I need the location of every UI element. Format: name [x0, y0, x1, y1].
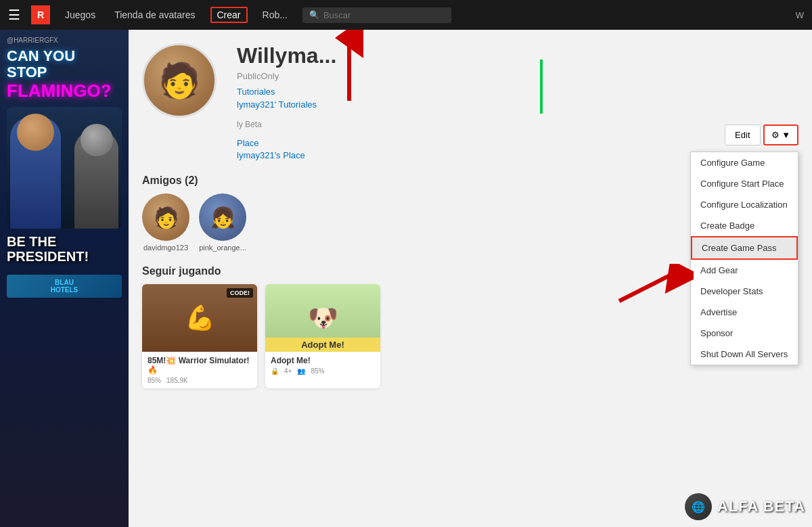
avatar: 🧑	[142, 43, 217, 118]
friend-avatar-1: 👧	[199, 193, 246, 241]
game-stat-0-2: 185.9K	[166, 377, 188, 384]
dropdown-menu: Configure Game Configure Start Place Con…	[690, 152, 798, 365]
roblox-logo[interactable]: R	[31, 5, 50, 24]
adopt-me-banner: Adopt Me!	[265, 338, 380, 352]
profile-label: PublicOnly	[237, 71, 798, 81]
action-buttons: Edit ⚙ ▼	[725, 124, 798, 145]
dropdown-item-5[interactable]: Add Gear	[691, 260, 798, 281]
game-stat-0-1: 85%	[148, 377, 161, 384]
game-info-1: Adopt Me! 🔒 4+ 👥 85%	[265, 352, 380, 379]
friend-item-0[interactable]: 🧑 davidmgo123	[142, 193, 189, 252]
nav-rob[interactable]: Rob...	[258, 7, 292, 23]
edit-button[interactable]: Edit	[725, 124, 760, 145]
game-card-0[interactable]: CODE! 💪 85M!💥 Warrior Simulator! 🔥 85% 1…	[142, 284, 257, 388]
profile-section: 🧑 Willyma... PublicOnly Tutoriales lymay…	[142, 43, 798, 161]
dropdown-item-1[interactable]: Configure Start Place	[691, 173, 798, 194]
game-stats-1: 🔒 4+ 👥 85%	[271, 367, 375, 375]
ad-watermark: @HARRIERGFX	[7, 37, 58, 44]
ad-characters-block	[7, 107, 122, 229]
green-bar-indicator	[540, 60, 543, 114]
nav-crear[interactable]: Crear	[210, 7, 248, 23]
gear-button[interactable]: ⚙ ▼	[763, 124, 798, 145]
ad-president: PRESIDENT!	[7, 249, 122, 264]
game-info-0: 85M!💥 Warrior Simulator! 🔥 85% 185.9K	[142, 352, 257, 388]
dropdown-item-8[interactable]: Sponsor	[691, 323, 798, 344]
game-stat-1-1: 🔒	[271, 367, 279, 375]
profile-link-2[interactable]: lymay321' Tutoriales	[237, 99, 798, 110]
dropdown-item-3[interactable]: Create Badge	[691, 215, 798, 236]
friend-item-1[interactable]: 👧 pink_orange...	[199, 193, 246, 252]
game-stat-1-3: 👥	[297, 367, 305, 375]
game-stats-0: 85% 185.9K	[148, 377, 252, 384]
friend-name-1: pink_orange...	[199, 244, 246, 252]
alfa-beta-watermark: 🌐 ALFA BETA	[685, 493, 805, 520]
profile-link-1[interactable]: Tutoriales	[237, 87, 798, 97]
search-box: 🔍	[302, 7, 451, 23]
code-badge-0: CODE!	[227, 288, 253, 298]
friend-name-0: davidmgo123	[143, 244, 188, 252]
ad-line2: STOP	[7, 64, 122, 81]
place-link-label: Place	[237, 138, 259, 148]
game-stat-1-2: 4+	[284, 367, 292, 375]
main-layout: @HARRIERGFX CAN YOU STOP FLAMINGO? BE TH…	[0, 30, 812, 527]
dropdown-item-6[interactable]: Developer Stats	[691, 281, 798, 302]
ad-hotel[interactable]: BLAU HOTELS	[7, 275, 122, 298]
navbar: ☰ R Juegos Tienda de avatares Crear Rob.…	[0, 0, 812, 30]
char-head-left	[17, 114, 54, 151]
profile-info: Willyma... PublicOnly Tutoriales lymay32…	[237, 43, 798, 161]
dropdown-item-9[interactable]: Shut Down All Servers	[691, 344, 798, 365]
beta-label: ly Beta	[237, 120, 262, 129]
nav-tienda[interactable]: Tienda de avatares	[110, 7, 199, 23]
game-title-1: Adopt Me!	[271, 356, 375, 365]
beta-section: ly Beta	[237, 118, 798, 130]
alfa-beta-text: ALFA BETA	[717, 498, 805, 515]
ad-flamingo: FLAMINGO?	[7, 81, 122, 101]
friend-avatar-0: 🧑	[142, 193, 189, 241]
nav-juegos[interactable]: Juegos	[61, 7, 99, 23]
game-card-1[interactable]: 🐶 Adopt Me! Adopt Me! 🔒 4+ 👥 85%	[265, 284, 380, 388]
profile-links: Tutoriales lymay321' Tutoriales	[237, 87, 798, 110]
profile-username: Willyma...	[237, 43, 798, 68]
dropdown-item-4-create-game-pass[interactable]: Create Game Pass	[691, 236, 798, 260]
ad-be: BE THE	[7, 234, 122, 249]
avatar-container: 🧑	[142, 43, 223, 118]
ad-line1: CAN YOU	[7, 48, 122, 64]
dropdown-item-2[interactable]: Configure Localization	[691, 194, 798, 215]
hamburger-icon[interactable]: ☰	[8, 7, 20, 23]
game-title-0: 85M!💥 Warrior Simulator! 🔥	[148, 356, 252, 375]
alfa-beta-logo: 🌐	[685, 493, 712, 520]
search-input[interactable]	[323, 10, 445, 20]
search-icon: 🔍	[309, 10, 319, 20]
username-display: W	[796, 10, 804, 20]
game-stat-1-4: 85%	[311, 367, 324, 375]
center-content: 🧑 Willyma... PublicOnly Tutoriales lymay…	[129, 30, 812, 527]
game-thumb-1: 🐶 Adopt Me!	[265, 284, 380, 352]
game-thumb-0: CODE! 💪	[142, 284, 257, 352]
ad-panel: @HARRIERGFX CAN YOU STOP FLAMINGO? BE TH…	[0, 30, 129, 527]
dropdown-item-7[interactable]: Advertise	[691, 302, 798, 323]
dropdown-item-0[interactable]: Configure Game	[691, 152, 798, 173]
place-link[interactable]: lymay321's Place	[237, 150, 305, 160]
